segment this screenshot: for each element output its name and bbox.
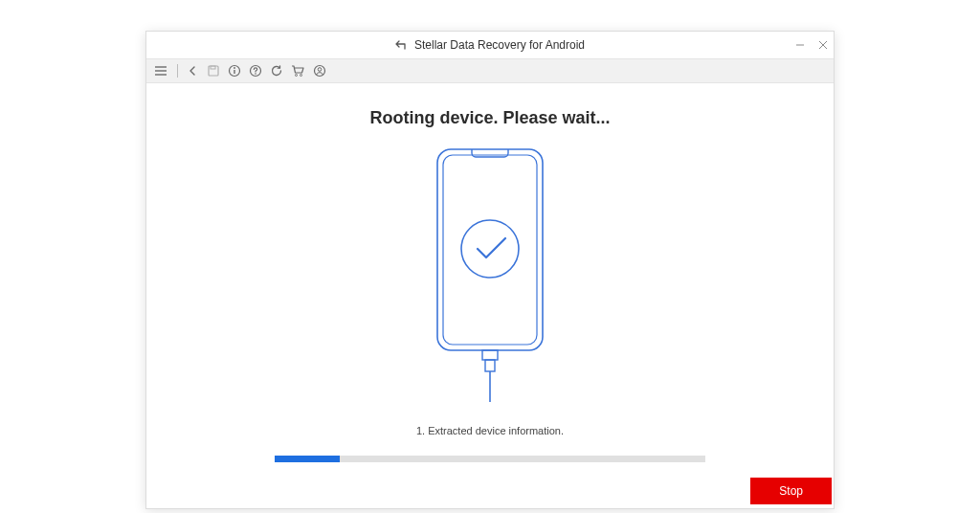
cart-icon[interactable]: [291, 64, 305, 78]
help-icon[interactable]: [249, 64, 262, 78]
svg-point-16: [318, 68, 322, 72]
svg-point-12: [255, 73, 256, 75]
svg-rect-7: [211, 66, 215, 69]
svg-point-10: [234, 67, 235, 69]
svg-rect-20: [482, 350, 498, 360]
back-icon[interactable]: [188, 65, 199, 77]
toolbar-separator: [177, 64, 178, 78]
title-wrap: Stellar Data Recovery for Android: [395, 38, 585, 52]
svg-rect-21: [485, 360, 495, 371]
save-icon[interactable]: [207, 64, 220, 78]
app-window: Stellar Data Recovery for Android: [145, 31, 835, 509]
footer: Stop: [750, 474, 834, 508]
window-title: Stellar Data Recovery for Android: [414, 38, 585, 52]
svg-rect-18: [443, 155, 537, 345]
content-area: Rooting device. Please wait... 1. Extrac…: [146, 83, 834, 508]
minimize-button[interactable]: [795, 39, 805, 52]
svg-point-19: [461, 220, 519, 278]
status-text: 1. Extracted device information.: [416, 425, 564, 436]
window-controls: [795, 32, 828, 58]
svg-point-13: [296, 75, 298, 77]
menu-icon[interactable]: [154, 65, 167, 77]
progress-bar: [275, 456, 705, 462]
progress-fill: [275, 456, 340, 462]
svg-rect-17: [437, 149, 543, 350]
phone-illustration: [418, 145, 562, 408]
info-icon[interactable]: [228, 64, 241, 78]
titlebar: Stellar Data Recovery for Android: [146, 32, 834, 58]
refresh-icon[interactable]: [270, 64, 283, 78]
stop-button[interactable]: Stop: [750, 478, 832, 504]
back-arrow-icon: [395, 40, 409, 50]
close-button[interactable]: [818, 39, 828, 52]
toolbar: [146, 58, 834, 83]
heading-text: Rooting device. Please wait...: [369, 108, 610, 128]
svg-point-14: [301, 75, 302, 77]
user-icon[interactable]: [313, 64, 326, 78]
